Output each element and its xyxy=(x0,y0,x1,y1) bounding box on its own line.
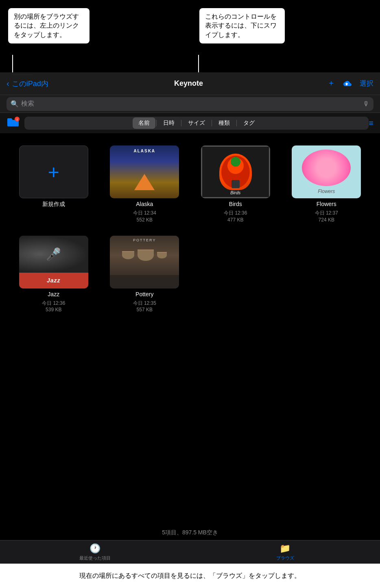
alaska-file-item[interactable]: ALASKA Alaska 今日 12:34 552 KB xyxy=(103,145,186,223)
files-grid: + 新規作成 ALASKA Alaska 今日 12:34 552 KB xyxy=(0,133,380,325)
tab-bar: 🕐 最近使った項目 📁 ブラウズ xyxy=(0,540,380,564)
alaska-file-name: Alaska xyxy=(136,201,153,207)
pottery-thumb: POTTERY xyxy=(110,236,179,289)
mic-icon[interactable]: 🎙 xyxy=(363,100,369,108)
new-file-item[interactable]: + 新規作成 xyxy=(12,145,95,223)
tab-browse-label: ブラウズ xyxy=(276,555,294,561)
icloud-icon[interactable] xyxy=(341,78,352,89)
svg-point-6 xyxy=(231,157,240,167)
separator-4 xyxy=(236,120,237,126)
status-text: 5項目、897.5 MB空き xyxy=(162,529,218,536)
pottery-file-meta: 今日 12:35 557 KB xyxy=(133,300,156,314)
search-placeholder: 検索 xyxy=(21,100,34,108)
search-icon: 🔍 xyxy=(11,100,19,108)
sort-pill-name[interactable]: 名前 xyxy=(133,117,155,129)
tooltip-top-left: 別の場所をブラウズするには、左上のリンクをタップします。 xyxy=(8,8,90,43)
add-button[interactable]: + xyxy=(329,79,334,88)
pottery-file-item[interactable]: POTTERY Pottery 今日 12:35 557 KB xyxy=(103,236,186,314)
folder-icon[interactable]: ! xyxy=(7,117,20,130)
alaska-thumb: ALASKA xyxy=(110,145,179,198)
sort-pill-tag[interactable]: タグ xyxy=(238,117,260,129)
flowers-file-name: Flowers xyxy=(317,201,336,207)
browse-icon: 📁 xyxy=(280,543,290,554)
chevron-left-icon: ‹ xyxy=(7,79,9,88)
list-view-button[interactable]: ≡ xyxy=(369,119,373,128)
birds-thumb: Birds xyxy=(201,145,270,198)
callout-line-left xyxy=(12,55,13,74)
svg-text:!: ! xyxy=(17,118,18,122)
tooltip-top-left-text: 別の場所をブラウズするには、左上のリンクをタップします。 xyxy=(14,13,79,38)
back-label: このiPad内 xyxy=(12,79,48,89)
flowers-thumb: Flowers xyxy=(292,145,361,198)
header-bar: ‹ このiPad内 Keynote + 選択 xyxy=(0,72,380,95)
status-bar: 5項目、897.5 MB空き xyxy=(0,525,380,540)
birds-file-item[interactable]: Birds Birds 今日 12:36 477 KB xyxy=(194,145,277,223)
jazz-file-name: Jazz xyxy=(48,291,59,297)
flowers-file-item[interactable]: Flowers Flowers 今日 12:37 724 KB xyxy=(285,145,368,223)
new-file-thumb: + xyxy=(19,145,88,198)
birds-file-name: Birds xyxy=(229,201,242,207)
tooltip-bottom-text: 現在の場所にあるすべての項目を見るには、「ブラウズ」をタップします。 xyxy=(79,571,301,580)
new-plus-icon: + xyxy=(48,161,59,183)
flowers-file-meta: 今日 12:37 724 KB xyxy=(315,210,338,223)
tab-recent-label: 最近使った項目 xyxy=(79,555,111,561)
header-actions: + 選択 xyxy=(329,78,373,89)
recent-icon: 🕐 xyxy=(90,543,100,554)
search-field[interactable]: 🔍 検索 🎙 xyxy=(7,97,373,111)
jazz-thumb: 🎤 Jazz xyxy=(19,236,88,289)
new-file-name: 新規作成 xyxy=(42,201,65,208)
birds-file-meta: 今日 12:36 477 KB xyxy=(224,210,247,223)
tooltip-top-right: これらのコントロールを表示するには、下にスワイプします。 xyxy=(199,8,285,43)
sort-bar: ! 名前 日時 サイズ 種類 タグ ≡ xyxy=(0,113,380,133)
search-bar: 🔍 検索 🎙 xyxy=(0,95,380,113)
tooltip-top-right-text: これらのコントロールを表示するには、下にスワイプします。 xyxy=(205,13,277,38)
separator-3 xyxy=(212,120,212,126)
sort-pill-size[interactable]: サイズ xyxy=(182,117,211,129)
tooltip-bottom: 現在の場所にあるすべての項目を見るには、「ブラウズ」をタップします。 xyxy=(0,564,380,588)
separator-1 xyxy=(156,120,157,126)
jazz-file-item[interactable]: 🎤 Jazz Jazz 今日 12:36 539 KB xyxy=(12,236,95,314)
sort-pill-date[interactable]: 日時 xyxy=(157,117,180,129)
jazz-file-meta: 今日 12:36 539 KB xyxy=(42,300,65,314)
back-button[interactable]: ‹ このiPad内 xyxy=(7,79,48,89)
sort-pills: 名前 日時 サイズ 種類 タグ xyxy=(24,117,369,130)
alaska-file-meta: 今日 12:34 552 KB xyxy=(133,210,156,223)
sort-pill-kind[interactable]: 種類 xyxy=(213,117,236,129)
svg-rect-7 xyxy=(231,180,240,188)
tab-browse[interactable]: 📁 ブラウズ xyxy=(190,543,380,561)
callout-line-right xyxy=(198,55,199,74)
tab-recent[interactable]: 🕐 最近使った項目 xyxy=(0,543,190,561)
separator-2 xyxy=(181,120,181,126)
pottery-file-name: Pottery xyxy=(135,291,153,297)
select-button[interactable]: 選択 xyxy=(360,79,373,88)
header-title: Keynote xyxy=(48,79,329,88)
